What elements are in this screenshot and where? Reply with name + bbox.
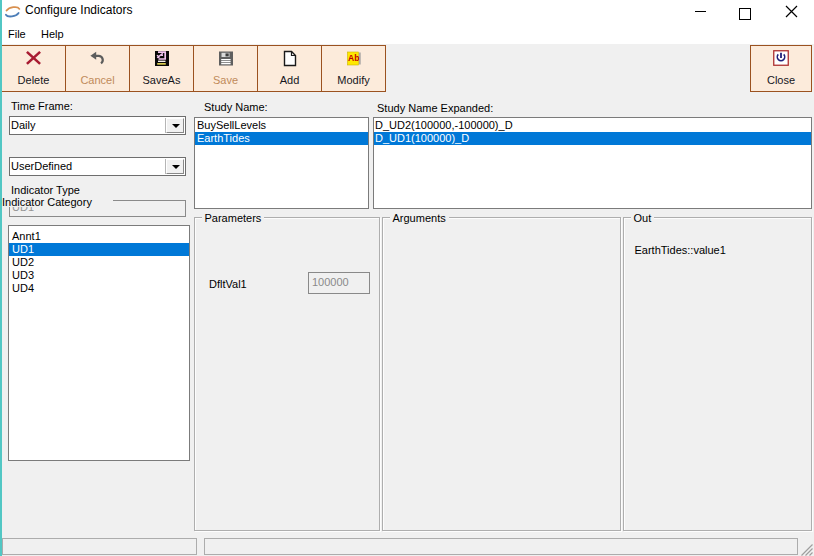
svg-text:Ab: Ab [348,53,359,63]
